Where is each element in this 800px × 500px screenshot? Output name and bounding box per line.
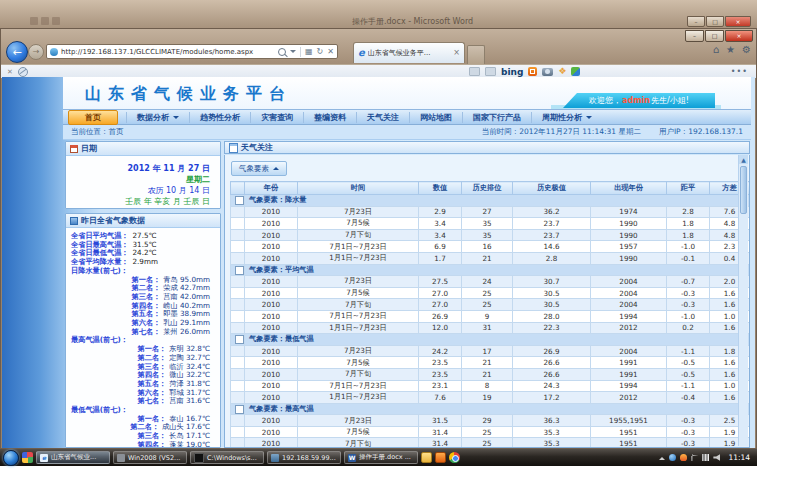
row-spacer bbox=[231, 345, 245, 357]
volume-icon[interactable] bbox=[713, 454, 720, 461]
tray-app-icon[interactable] bbox=[669, 454, 676, 461]
media-app-icon[interactable] bbox=[435, 452, 446, 463]
group-checkbox[interactable] bbox=[235, 196, 244, 205]
network-icon[interactable] bbox=[702, 454, 709, 461]
group-checkbox[interactable] bbox=[235, 266, 244, 275]
nav-item[interactable]: 灾害查询 bbox=[250, 112, 303, 123]
paw-icon[interactable]: ❖ bbox=[558, 67, 566, 76]
nav-item[interactable]: 国家下行产品 bbox=[462, 112, 531, 123]
scrollbar-thumb[interactable] bbox=[740, 166, 747, 214]
camera-icon[interactable] bbox=[542, 68, 553, 76]
maximize-icon[interactable]: □ bbox=[706, 16, 724, 27]
firefox-icon[interactable] bbox=[680, 454, 687, 461]
close-toolbar-icon[interactable]: ✕ bbox=[7, 68, 13, 76]
address-bar[interactable]: http://192.168.137.1/GLCCLIMATE/modules/… bbox=[46, 44, 338, 59]
group-checkbox[interactable] bbox=[235, 405, 244, 414]
group-title: 气象要素：降水量 bbox=[245, 195, 750, 207]
table-row[interactable]: 20101月1日~7月23日1.7212.81990-0.10.4 bbox=[231, 252, 750, 264]
home-icon[interactable]: ⌂ bbox=[713, 45, 719, 55]
table-row[interactable]: 20107月下旬3.43523.719901.84.8 bbox=[231, 229, 750, 241]
more-options-icon[interactable]: ••• bbox=[731, 67, 748, 76]
row-spacer bbox=[231, 229, 245, 241]
new-tab-button[interactable] bbox=[467, 45, 485, 64]
chevron-down-icon[interactable] bbox=[290, 50, 296, 56]
welcome-prefix: 欢迎您， bbox=[589, 95, 621, 106]
row-spacer bbox=[231, 380, 245, 392]
launcher-icon[interactable] bbox=[22, 452, 33, 463]
table-row[interactable]: 20107月下旬23.52126.61991-0.51.6 bbox=[231, 368, 750, 380]
minimize-button[interactable]: – bbox=[685, 30, 704, 42]
nav-item[interactable]: 趋势性分析 bbox=[189, 112, 250, 123]
browser-tab[interactable]: e 山东省气候业务平... × bbox=[353, 42, 465, 63]
table-group-row[interactable]: 气象要素：最低气温 bbox=[231, 334, 750, 346]
stop-icon[interactable]: ✕ bbox=[327, 48, 334, 56]
table-row[interactable]: 20107月23日2.92736.219742.87.6 bbox=[231, 206, 750, 218]
card-icon[interactable] bbox=[469, 67, 480, 76]
scroll-up-icon[interactable]: ▲ bbox=[739, 155, 748, 164]
chrome-icon[interactable] bbox=[449, 452, 460, 463]
taskbar-clock[interactable]: 11:14 bbox=[728, 453, 750, 462]
explorer-folder-icon[interactable] bbox=[421, 452, 432, 463]
table-scrollbar[interactable]: ▲ bbox=[738, 155, 748, 446]
nav-item[interactable]: 首页 bbox=[68, 110, 118, 125]
table-row[interactable]: 20101月1日~7月23日12.03122.320120.21.6 bbox=[231, 322, 750, 334]
taskbar-task[interactable]: W操作手册.docx ... bbox=[344, 451, 418, 464]
url-text[interactable]: http://192.168.137.1/GLCCLIMATE/modules/… bbox=[61, 48, 278, 56]
nav-item[interactable]: 网站地图 bbox=[409, 112, 462, 123]
close-button[interactable]: × bbox=[725, 30, 753, 42]
settings-gear-icon[interactable]: ⚙ bbox=[742, 45, 751, 55]
action-center-flag-icon[interactable] bbox=[691, 454, 698, 461]
table-row[interactable]: 20107月1日~7月23日6.91614.61957-1.02.3 bbox=[231, 241, 750, 253]
favorites-star-icon[interactable]: ★ bbox=[726, 45, 735, 55]
nav-item[interactable]: 周期性分析 bbox=[531, 112, 602, 123]
minimize-icon[interactable]: – bbox=[687, 16, 705, 27]
table-row[interactable]: 20107月1日~7月23日23.1824.31994-1.11.0 bbox=[231, 380, 750, 392]
maximize-button[interactable]: □ bbox=[705, 30, 724, 42]
toolbar-badge-icon[interactable] bbox=[528, 67, 537, 76]
nav-item[interactable]: 天气关注 bbox=[356, 112, 409, 123]
group-checkbox[interactable] bbox=[235, 335, 244, 344]
cell: 2010 bbox=[245, 229, 298, 241]
table-row[interactable]: 20107月1日~7月23日26.9928.01994-1.01.0 bbox=[231, 310, 750, 322]
taskbar-task[interactable]: Win2008 (VS2... bbox=[113, 451, 187, 464]
table-row[interactable]: 20107月5候23.52126.61991-0.51.6 bbox=[231, 357, 750, 369]
nav-item[interactable]: 数据分析 bbox=[126, 112, 189, 123]
cell: 25 bbox=[462, 299, 513, 311]
element-filter-button[interactable]: 气象要素 bbox=[231, 161, 287, 176]
tab-close-icon[interactable]: × bbox=[453, 49, 460, 57]
table-row[interactable]: 20107月下旬31.42535.31951-0.31.9 bbox=[231, 438, 750, 448]
addon-icon[interactable] bbox=[18, 67, 28, 77]
compatibility-icon[interactable]: ▦ bbox=[305, 48, 313, 56]
table-row[interactable]: 20107月23日31.52936.31955,1951-0.32.5 bbox=[231, 415, 750, 427]
nav-item[interactable]: 整编资料 bbox=[303, 112, 356, 123]
puzzle-icon[interactable] bbox=[571, 67, 580, 76]
search-icon[interactable] bbox=[278, 48, 286, 56]
forward-button[interactable]: → bbox=[28, 44, 44, 60]
cell: 2010 bbox=[245, 310, 298, 322]
current-time: 当前时间：2012年11月27日 11:14:31 星期二 bbox=[482, 127, 641, 137]
taskbar-task[interactable]: C:\Windows\s... bbox=[190, 451, 264, 464]
start-button[interactable] bbox=[3, 450, 19, 466]
bing-logo[interactable]: bing bbox=[501, 67, 523, 77]
taskbar-task[interactable]: e山东省气候业... bbox=[36, 451, 110, 464]
table-row[interactable]: 20107月下旬27.02530.52004-0.31.6 bbox=[231, 299, 750, 311]
table-group-row[interactable]: 气象要素：平均气温 bbox=[231, 264, 750, 276]
mail-icon[interactable] bbox=[485, 67, 496, 76]
table-row[interactable]: 20107月23日27.52430.72004-0.72.0 bbox=[231, 276, 750, 288]
refresh-icon[interactable]: ↻ bbox=[317, 48, 324, 56]
table-group-row[interactable]: 气象要素：降水量 bbox=[231, 195, 750, 207]
tray-expand-icon[interactable] bbox=[659, 454, 665, 460]
table-row[interactable]: 20107月5候27.02530.52004-0.31.6 bbox=[231, 287, 750, 299]
table-row[interactable]: 20101月1日~7月23日7.61917.22012-0.41.6 bbox=[231, 392, 750, 404]
breadcrumb[interactable]: 当前位置：首页 bbox=[71, 127, 124, 137]
cell: 12.0 bbox=[419, 322, 462, 334]
cell: 23.7 bbox=[513, 218, 591, 230]
table-row[interactable]: 20107月5候31.42535.31951-0.31.9 bbox=[231, 426, 750, 438]
table-row[interactable]: 20107月5候3.43523.719901.84.8 bbox=[231, 218, 750, 230]
table-row[interactable]: 20107月23日24.21726.92004-1.11.8 bbox=[231, 345, 750, 357]
back-button[interactable]: ← bbox=[6, 41, 28, 63]
close-icon[interactable]: × bbox=[725, 16, 751, 27]
table-group-row[interactable]: 气象要素：最高气温 bbox=[231, 403, 750, 415]
taskbar-task[interactable]: 192.168.59.99... bbox=[267, 451, 341, 464]
column-header: 距平 bbox=[667, 182, 710, 195]
